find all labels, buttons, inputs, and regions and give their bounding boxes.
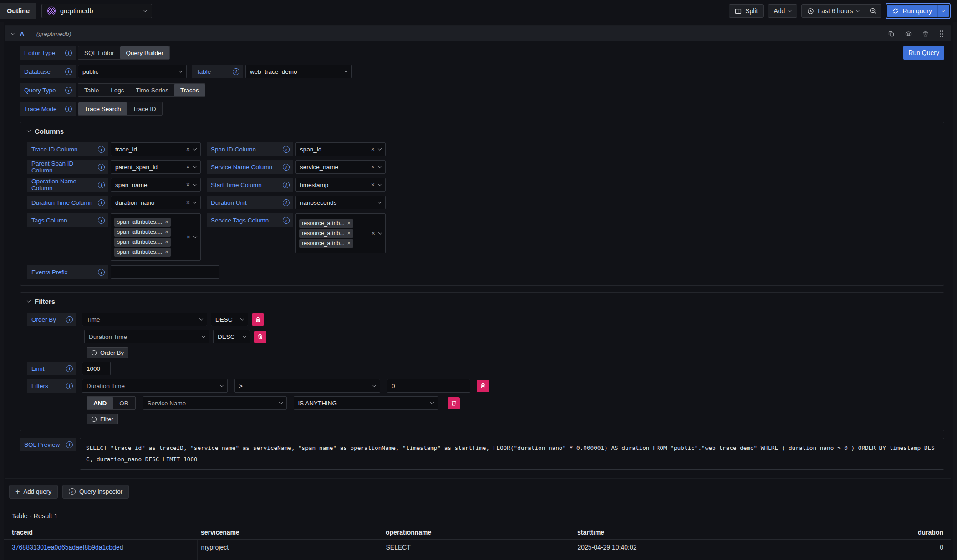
limit-input[interactable]: [82, 362, 111, 375]
info-icon[interactable]: i: [98, 146, 105, 153]
order-by-field-select[interactable]: Time: [82, 313, 207, 326]
tab-query-builder[interactable]: Query Builder: [120, 46, 170, 59]
remove-icon[interactable]: ×: [165, 229, 168, 235]
remove-icon[interactable]: ×: [165, 239, 168, 245]
info-icon[interactable]: i: [65, 68, 72, 75]
clear-icon[interactable]: ×: [371, 182, 375, 188]
info-icon[interactable]: i: [98, 164, 105, 171]
info-icon[interactable]: i: [98, 182, 105, 188]
drag-handle-icon[interactable]: [939, 30, 944, 38]
remove-icon[interactable]: ×: [165, 249, 168, 255]
filter-operator-select[interactable]: IS ANYTHING: [294, 396, 438, 410]
column-header-operationname[interactable]: operationname: [382, 525, 574, 540]
tab-trace-search[interactable]: Trace Search: [78, 102, 127, 115]
zoom-out-time-button[interactable]: [865, 5, 881, 17]
service-name-column-select[interactable]: service_name ×: [295, 160, 386, 174]
info-icon[interactable]: i: [283, 217, 290, 224]
info-icon[interactable]: i: [98, 217, 105, 224]
column-header-servicename[interactable]: servicename: [197, 525, 382, 540]
clear-icon[interactable]: ×: [186, 164, 190, 170]
clear-all-icon[interactable]: ×: [372, 230, 375, 237]
info-icon[interactable]: i: [65, 50, 72, 56]
delete-filter-button[interactable]: [477, 380, 489, 392]
info-icon[interactable]: i: [98, 269, 105, 276]
filter-field-select[interactable]: Duration Time: [82, 379, 228, 393]
toggle-visibility-icon[interactable]: [905, 30, 912, 37]
parent-span-id-column-select[interactable]: parent_span_id ×: [111, 160, 201, 174]
start-time-column-select[interactable]: timestamp ×: [295, 178, 386, 192]
duplicate-query-icon[interactable]: [888, 30, 895, 37]
info-icon[interactable]: i: [233, 68, 239, 75]
trace-id-column-select[interactable]: trace_id ×: [111, 142, 201, 156]
query-inspector-button[interactable]: i Query inspector: [62, 485, 129, 499]
info-icon[interactable]: i: [66, 316, 73, 323]
connector-or[interactable]: OR: [113, 397, 135, 409]
add-button[interactable]: Add: [768, 4, 797, 18]
info-icon[interactable]: i: [65, 106, 72, 112]
add-filter-button[interactable]: Filter: [87, 414, 118, 424]
filter-operator-select[interactable]: >: [234, 379, 380, 393]
tags-column-multiselect[interactable]: span_attributes....× span_attributes....…: [111, 213, 201, 261]
query-header[interactable]: A (greptimedb): [5, 26, 951, 41]
table-select[interactable]: web_trace_demo: [245, 65, 352, 78]
order-by-direction-select[interactable]: DESC: [211, 313, 248, 326]
delete-filter-button[interactable]: [448, 397, 460, 409]
remove-icon[interactable]: ×: [347, 231, 351, 236]
run-query-button[interactable]: Run query: [887, 5, 937, 17]
info-icon[interactable]: i: [65, 87, 72, 94]
clear-icon[interactable]: ×: [371, 146, 375, 152]
connector-and[interactable]: AND: [87, 397, 113, 409]
delete-query-icon[interactable]: [922, 30, 929, 37]
filters-section-toggle[interactable]: Filters: [27, 296, 937, 306]
clear-all-icon[interactable]: ×: [187, 234, 190, 240]
delete-order-by-button[interactable]: [252, 313, 264, 326]
info-icon[interactable]: i: [66, 441, 73, 448]
outline-panel-toggle[interactable]: Outline: [0, 3, 36, 19]
tab-table[interactable]: Table: [78, 84, 105, 96]
remove-icon[interactable]: ×: [347, 221, 351, 226]
info-icon[interactable]: i: [283, 164, 290, 171]
database-select[interactable]: public: [78, 65, 187, 78]
info-icon[interactable]: i: [66, 383, 73, 389]
tab-time-series[interactable]: Time Series: [130, 84, 175, 96]
remove-icon[interactable]: ×: [165, 219, 168, 225]
span-id-column-select[interactable]: span_id ×: [295, 142, 386, 156]
tab-sql-editor[interactable]: SQL Editor: [78, 46, 120, 59]
operation-name-column-select[interactable]: span_name ×: [111, 178, 201, 192]
filter-field-select[interactable]: Service Name: [143, 396, 287, 410]
filter-value-input[interactable]: [387, 379, 470, 393]
order-by-field-select[interactable]: Duration Time: [84, 330, 209, 343]
events-prefix-input[interactable]: [111, 265, 219, 279]
info-icon[interactable]: i: [283, 146, 290, 153]
service-tags-column-multiselect[interactable]: resource_attrib...× resource_attrib...× …: [295, 213, 386, 253]
info-icon[interactable]: i: [283, 182, 290, 188]
column-header-duration[interactable]: duration: [763, 525, 951, 540]
tab-logs[interactable]: Logs: [105, 84, 130, 96]
info-icon[interactable]: i: [283, 199, 290, 206]
tab-traces[interactable]: Traces: [174, 84, 205, 96]
remove-icon[interactable]: ×: [347, 241, 351, 246]
collapse-chevron-icon[interactable]: [11, 31, 15, 35]
order-by-direction-select[interactable]: DESC: [213, 330, 250, 343]
column-header-traceid[interactable]: traceid: [4, 525, 197, 540]
run-query-panel-button[interactable]: Run Query: [903, 46, 944, 60]
clear-icon[interactable]: ×: [186, 182, 190, 188]
add-query-button[interactable]: + Add query: [9, 485, 58, 499]
datasource-picker[interactable]: greptimedb: [41, 4, 152, 18]
duration-unit-select[interactable]: nanoseconds: [295, 196, 386, 209]
duration-time-column-select[interactable]: duration_nano ×: [111, 196, 201, 209]
clear-icon[interactable]: ×: [371, 164, 375, 170]
trace-id-link[interactable]: 3768831301ea0d65adaef8b9da1cbded: [12, 544, 123, 551]
add-order-by-button[interactable]: Order By: [87, 347, 128, 358]
delete-order-by-button[interactable]: [254, 331, 266, 343]
scrollbar-track[interactable]: [953, 22, 957, 560]
column-header-starttime[interactable]: starttime: [574, 525, 763, 540]
run-query-options-button[interactable]: [937, 5, 949, 17]
info-icon[interactable]: i: [98, 199, 105, 206]
split-button[interactable]: Split: [729, 4, 764, 18]
time-range-picker[interactable]: Last 6 hours: [802, 5, 865, 17]
info-icon[interactable]: i: [66, 365, 73, 372]
clear-icon[interactable]: ×: [186, 146, 190, 152]
columns-section-toggle[interactable]: Columns: [27, 126, 937, 136]
clear-icon[interactable]: ×: [186, 199, 190, 206]
